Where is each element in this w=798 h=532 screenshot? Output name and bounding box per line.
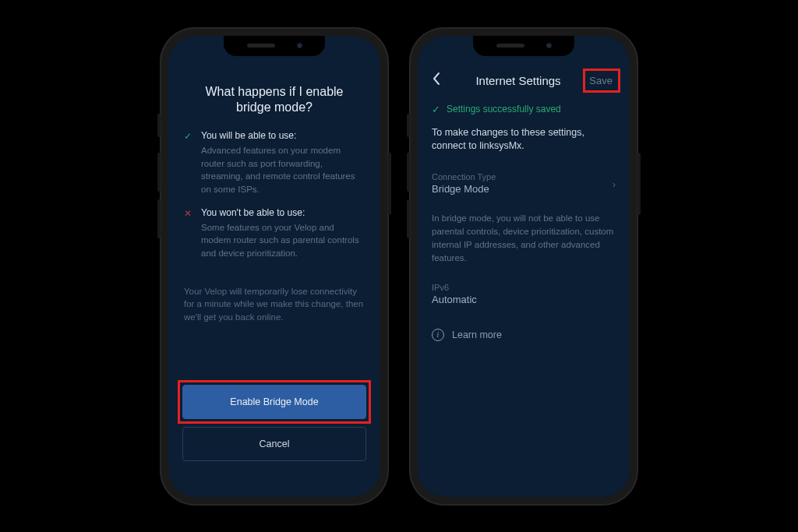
camera — [546, 43, 552, 48]
ipv6-row[interactable]: IPv6 Automatic — [432, 283, 616, 305]
status-text: Settings successfully saved — [447, 104, 561, 115]
unable-section: ✕ You won't be able to use: Some feature… — [182, 207, 366, 260]
cancel-button[interactable]: Cancel — [182, 427, 366, 461]
bridge-mode-description: In bridge mode, you will not be able to … — [432, 212, 616, 266]
notch — [224, 36, 325, 56]
phone-side-button — [407, 114, 410, 137]
screen-left: What happens if I enable bridge mode? ✓ … — [168, 36, 380, 497]
able-desc: Advanced features on your modem router s… — [201, 144, 366, 196]
chevron-left-icon — [432, 72, 441, 86]
learn-more-label: Learn more — [452, 329, 502, 340]
phone-side-button — [407, 153, 410, 192]
speaker — [247, 44, 275, 48]
cross-icon: ✕ — [182, 208, 193, 260]
check-icon: ✓ — [432, 104, 440, 115]
speaker — [496, 44, 524, 48]
phone-mockup-left: What happens if I enable bridge mode? ✓ … — [161, 28, 388, 505]
phone-side-button — [637, 153, 641, 215]
instruction-text: To make changes to these settings, conne… — [432, 126, 616, 153]
info-icon: i — [432, 329, 444, 341]
learn-more-link[interactable]: i Learn more — [432, 329, 616, 341]
able-title: You will be able to use: — [201, 130, 366, 141]
ipv6-value: Automatic — [432, 294, 616, 305]
phone-side-button — [157, 114, 161, 137]
check-icon: ✓ — [182, 131, 193, 196]
screen-right: Internet Settings Save ✓ Settings succes… — [418, 36, 630, 497]
connection-type-row[interactable]: Connection Type Bridge Mode › — [432, 172, 616, 195]
notch — [473, 36, 574, 56]
phone-side-button — [388, 153, 391, 215]
ipv6-label: IPv6 — [432, 283, 616, 292]
phone-mockup-right: Internet Settings Save ✓ Settings succes… — [410, 28, 637, 505]
page-heading: What happens if I enable bridge mode? — [190, 84, 358, 117]
phone-side-button — [157, 153, 161, 192]
phone-side-button — [157, 199, 161, 238]
enable-bridge-mode-button[interactable]: Enable Bridge Mode — [182, 385, 366, 419]
unable-title: You won't be able to use: — [201, 207, 366, 218]
back-button[interactable] — [432, 72, 450, 90]
chevron-right-icon: › — [613, 178, 616, 190]
top-bar: Internet Settings Save — [432, 72, 616, 90]
phone-side-button — [407, 199, 410, 238]
connectivity-note: Your Velop will temporarily lose connect… — [184, 285, 365, 324]
save-button[interactable]: Save — [586, 73, 616, 88]
status-row: ✓ Settings successfully saved — [432, 104, 616, 115]
unable-desc: Some features on your Velop and modem ro… — [201, 221, 366, 260]
connection-type-value: Bridge Mode — [432, 183, 616, 195]
connection-type-label: Connection Type — [432, 172, 616, 181]
page-title: Internet Settings — [475, 74, 560, 87]
able-section: ✓ You will be able to use: Advanced feat… — [182, 130, 366, 196]
camera — [297, 43, 302, 48]
